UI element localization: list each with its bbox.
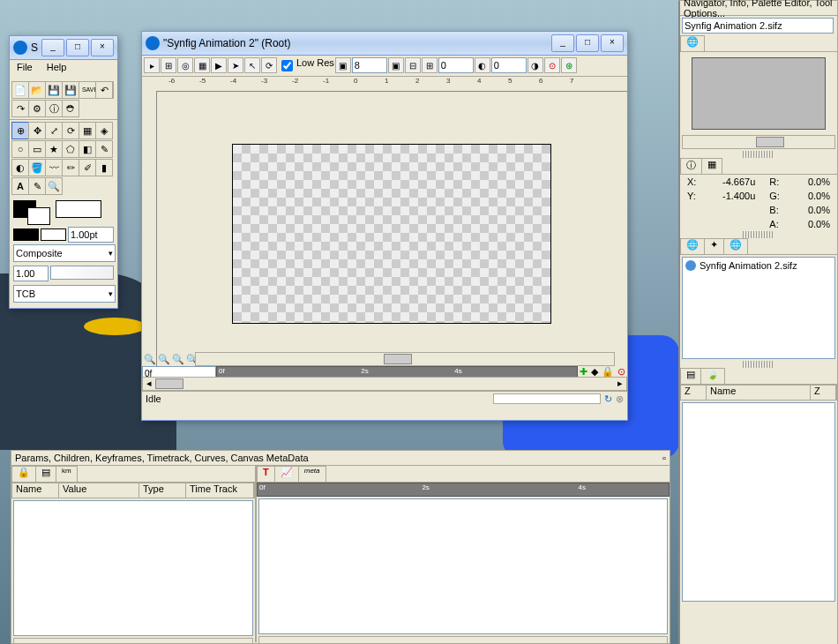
refresh-button[interactable]: ⟳: [261, 57, 277, 73]
play-button[interactable]: ⊛: [561, 57, 577, 73]
canvas-scrollbar-h[interactable]: [195, 352, 615, 366]
children-tab[interactable]: ▤: [35, 466, 56, 482]
panel-gripper[interactable]: [743, 361, 774, 368]
caret-menu-button[interactable]: ▸: [144, 57, 160, 73]
cancel-icon[interactable]: ⊗: [616, 393, 624, 405]
library-tab[interactable]: 🌐: [723, 238, 748, 254]
keyframes-tab[interactable]: km: [56, 466, 78, 482]
text-tool[interactable]: A: [11, 177, 29, 195]
fill-color[interactable]: [27, 207, 50, 225]
grid-snap-button[interactable]: ⊞: [161, 57, 176, 73]
arrow-tool-icon[interactable]: ➤: [228, 57, 243, 73]
toolbox-titlebar[interactable]: Sy... _ □ ×: [10, 36, 117, 60]
gradient-end[interactable]: [41, 228, 66, 241]
mirror-tool[interactable]: ▦: [79, 122, 96, 139]
region-tool[interactable]: ◐: [11, 159, 29, 176]
transform-tool[interactable]: ⊕: [11, 122, 29, 139]
new-file-button[interactable]: 📄: [11, 81, 29, 99]
close-button[interactable]: ×: [91, 39, 114, 56]
panel-gripper[interactable]: [743, 151, 774, 158]
canvas-item[interactable]: Synfig Animation 2.sifz: [685, 259, 833, 272]
rotate-tool[interactable]: ⟳: [62, 122, 79, 139]
save-button[interactable]: 💾: [45, 81, 63, 99]
circle-tool[interactable]: ○: [11, 140, 29, 158]
info-icon[interactable]: ⓘ: [45, 100, 63, 117]
grid2-button[interactable]: ⊞: [422, 57, 438, 73]
panel-close-icon[interactable]: ▫: [662, 453, 666, 463]
layer-list[interactable]: [682, 402, 835, 602]
nav-zoom-slider[interactable]: [682, 135, 835, 149]
help-button[interactable]: ⛑: [62, 100, 79, 117]
grid-button[interactable]: ⊟: [405, 57, 421, 73]
timetrack-tab[interactable]: T: [257, 466, 275, 482]
undo-button[interactable]: ↶: [95, 81, 113, 99]
draw-tool[interactable]: ✎: [28, 177, 46, 195]
polygon-tool[interactable]: ⬠: [62, 140, 79, 158]
params-list[interactable]: [13, 500, 253, 636]
groups-tab[interactable]: 🍃: [700, 368, 725, 384]
redo-button[interactable]: ↷: [11, 100, 29, 117]
params-timetrack-ruler[interactable]: 0f 2s 4s: [257, 483, 670, 497]
maximize-button[interactable]: □: [66, 39, 89, 56]
eyedrop-tool[interactable]: ✏: [62, 159, 79, 176]
zoom-tool[interactable]: 🔍: [45, 177, 63, 195]
params-scrollbar-h[interactable]: [13, 638, 253, 644]
fill-tool[interactable]: 🪣: [28, 159, 46, 176]
interpolation-select[interactable]: TCB: [13, 285, 116, 303]
timetrack-area[interactable]: [258, 498, 668, 634]
lowres-checkbox[interactable]: [281, 60, 293, 71]
viewport[interactable]: [158, 93, 615, 352]
smooth-move-tool[interactable]: ✥: [28, 122, 46, 139]
frame-a-input[interactable]: [438, 57, 474, 73]
metadata-tab[interactable]: meta: [298, 466, 326, 482]
palette-tab[interactable]: ▦: [701, 158, 722, 174]
rectangle-tool[interactable]: ▭: [28, 140, 46, 158]
quality-input[interactable]: [352, 57, 387, 73]
zoom-100-icon[interactable]: 🔍: [144, 354, 156, 366]
record-button[interactable]: ⊙: [544, 57, 560, 73]
curves-tab[interactable]: 📈: [274, 466, 299, 482]
nav-file-field[interactable]: [682, 18, 834, 34]
spline-tool[interactable]: ✎: [95, 140, 113, 158]
save-as-button[interactable]: 💾: [62, 81, 79, 99]
stroke-width-input[interactable]: [68, 227, 114, 243]
minimize-button[interactable]: _: [41, 39, 64, 56]
menu-file[interactable]: File: [13, 62, 36, 78]
layers-tab[interactable]: ▤: [680, 368, 701, 384]
frame-b-input[interactable]: [491, 57, 527, 73]
opacity-slider[interactable]: [50, 266, 114, 280]
sketch-tool[interactable]: ✐: [79, 159, 96, 176]
curve-tool[interactable]: 〰: [45, 159, 63, 176]
canvas-list[interactable]: Synfig Animation 2.sifz: [682, 257, 835, 359]
slider-left-icon[interactable]: ◂: [143, 378, 155, 390]
navigator-tab[interactable]: 🌐: [680, 35, 705, 51]
perspective-tool[interactable]: ◈: [95, 122, 113, 139]
slider-right-icon[interactable]: ▸: [614, 378, 626, 390]
onion-future-button[interactable]: ◑: [527, 57, 543, 73]
gradient-tool[interactable]: ◧: [79, 140, 96, 158]
star-tool[interactable]: ★: [45, 140, 63, 158]
params-tab[interactable]: 🔒: [11, 466, 36, 482]
scale-tool[interactable]: ⤢: [45, 122, 63, 139]
blend-mode-select[interactable]: Composite: [13, 244, 116, 262]
refresh-icon[interactable]: ↻: [601, 393, 616, 405]
open-file-button[interactable]: 📂: [28, 81, 46, 99]
maximize-button[interactable]: □: [576, 34, 599, 52]
quality-up-button[interactable]: ▣: [388, 57, 404, 73]
render-button[interactable]: ▶: [211, 57, 227, 73]
settings-button[interactable]: ⚙: [28, 100, 46, 117]
info-tab[interactable]: ⓘ: [680, 158, 702, 174]
navigator-preview[interactable]: [692, 57, 826, 130]
select-tool-icon[interactable]: ↖: [244, 57, 260, 73]
zoom-out-icon[interactable]: 🔍: [172, 354, 184, 366]
preview-button[interactable]: ▦: [194, 57, 210, 73]
time-slider[interactable]: ◂ ▸: [142, 377, 627, 391]
minimize-button[interactable]: _: [551, 34, 574, 52]
secondary-color[interactable]: [56, 200, 101, 218]
menu-help[interactable]: Help: [43, 62, 71, 78]
close-button[interactable]: ×: [601, 34, 624, 52]
quality-down-button[interactable]: ▣: [335, 57, 351, 73]
width-tool[interactable]: ▮: [95, 159, 113, 176]
onion-past-button[interactable]: ◐: [475, 57, 490, 73]
gradient-start[interactable]: [13, 228, 39, 241]
